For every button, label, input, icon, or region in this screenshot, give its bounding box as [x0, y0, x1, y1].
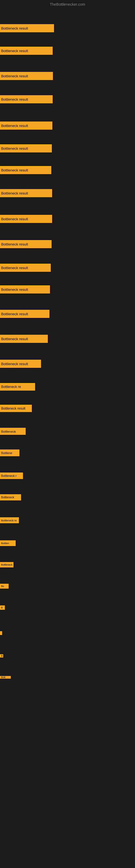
- bottleneck-bar: B: [0, 606, 5, 610]
- bottleneck-bar: Bottleneck result: [0, 360, 41, 368]
- bottleneck-bar: Bottleneck result: [0, 285, 50, 293]
- bottleneck-bar: Bottleneck result: [0, 335, 48, 343]
- title-text: TheBottlenecker.com: [50, 2, 85, 6]
- bottleneck-bar: Bottleneck re: [0, 383, 35, 391]
- bottleneck-bar: Bottleneck result: [0, 264, 51, 272]
- chart-area: Bottleneck resultBottleneck resultBottle…: [0, 9, 135, 863]
- bottleneck-bar: Bottleneck: [0, 494, 21, 500]
- bottleneck-bar: Bottleneck result: [0, 189, 52, 197]
- bottleneck-bar: Bottleneck result: [0, 72, 53, 80]
- bottleneck-bar: Bottleneck: [0, 562, 13, 567]
- bottleneck-bar: Bottleneck result: [0, 122, 52, 130]
- bottleneck-bar: Bottleneck result: [0, 215, 52, 223]
- bottleneck-bar: B: [0, 654, 3, 657]
- bottleneck-bar: Bottleneck result: [0, 24, 54, 32]
- bottleneck-bar: Bottleneck r: [0, 472, 23, 479]
- bottleneck-bar: Bottleneck result: [0, 310, 49, 318]
- bottleneck-bar: Bottleneck: [0, 428, 26, 435]
- bottleneck-bar: Bott: [0, 676, 11, 679]
- bottleneck-bar: Bottleneck result: [0, 46, 53, 55]
- bottleneck-bar: Bottleneck re: [0, 517, 19, 523]
- site-title: TheBottlenecker.com: [0, 0, 135, 9]
- bottleneck-bar: Bottleneck result: [0, 240, 52, 248]
- bottleneck-bar: Bottleneck result: [0, 95, 53, 103]
- bottleneck-bar: Bottlen: [0, 540, 16, 546]
- bottleneck-bar: Bottleneck result: [0, 405, 32, 412]
- bottleneck-bar: Bottleneck result: [0, 166, 51, 174]
- bottleneck-bar: Bo: [0, 584, 9, 589]
- bottleneck-bar: Bottleneck result: [0, 144, 52, 152]
- bottleneck-bar: Bottlene: [0, 450, 19, 456]
- bottleneck-bar: [0, 631, 2, 635]
